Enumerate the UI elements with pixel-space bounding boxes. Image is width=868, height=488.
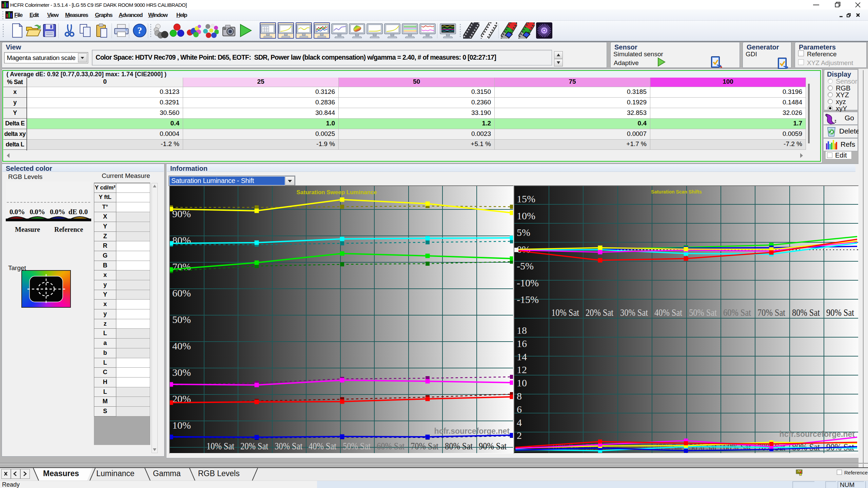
svg-text:12: 12 [517,364,527,375]
svg-text:16: 16 [517,338,527,349]
svg-text:20% Sat: 20% Sat [586,307,614,318]
svg-text:40% Sat: 40% Sat [654,307,683,318]
svg-text:60% Sat: 60% Sat [723,307,751,318]
svg-text:50%: 50% [172,314,191,325]
svg-text:90% Sat: 90% Sat [479,440,507,451]
svg-text:hcfr.sourceforge.net: hcfr.sourceforge.net [434,427,510,435]
svg-text:30% Sat: 30% Sat [275,440,303,451]
svg-text:10%: 10% [517,210,535,221]
svg-text:?: ? [137,25,142,36]
svg-text:Saturation Sweep Luminance: Saturation Sweep Luminance [296,189,377,196]
svg-text:10% Sat: 10% Sat [206,440,235,451]
svg-text:50% Sat: 50% Sat [689,307,717,318]
svg-text:-15%: -15% [517,294,539,305]
svg-text:4: 4 [517,417,522,428]
svg-text:20% Sat: 20% Sat [240,440,269,451]
svg-text:8: 8 [517,390,522,402]
svg-text:6: 6 [517,404,522,415]
svg-text:70% Sat: 70% Sat [411,440,439,451]
svg-text:14: 14 [517,351,527,362]
svg-text:40%: 40% [172,340,191,351]
svg-text:80% Sat: 80% Sat [792,307,820,318]
svg-text:10% Sat: 10% Sat [551,307,579,318]
svg-text:90% Sat: 90% Sat [826,307,854,318]
svg-text:30%: 30% [172,367,191,378]
svg-text:hcfr.sourceforge.net: hcfr.sourceforge.net [780,430,855,439]
svg-text:10%: 10% [172,420,191,431]
svg-text:10: 10 [517,377,527,388]
svg-text:15%: 15% [517,193,535,204]
svg-text:-10%: -10% [517,277,539,288]
svg-text:60% Sat: 60% Sat [377,440,405,451]
svg-text:80%: 80% [172,235,191,246]
svg-text:5%: 5% [517,227,530,238]
svg-text:60%: 60% [172,287,191,299]
svg-text:40% Sat: 40% Sat [309,440,337,451]
svg-text:70% Sat: 70% Sat [757,307,786,318]
svg-text:18: 18 [517,325,527,336]
svg-text:80% Sat: 80% Sat [445,440,473,451]
svg-text:-5%: -5% [517,260,534,271]
svg-text:50% Sat: 50% Sat [343,440,371,451]
svg-text:30% Sat: 30% Sat [620,307,648,318]
svg-text:Saturation Scan Shifts: Saturation Scan Shifts [651,189,702,195]
svg-text:2: 2 [517,430,522,441]
